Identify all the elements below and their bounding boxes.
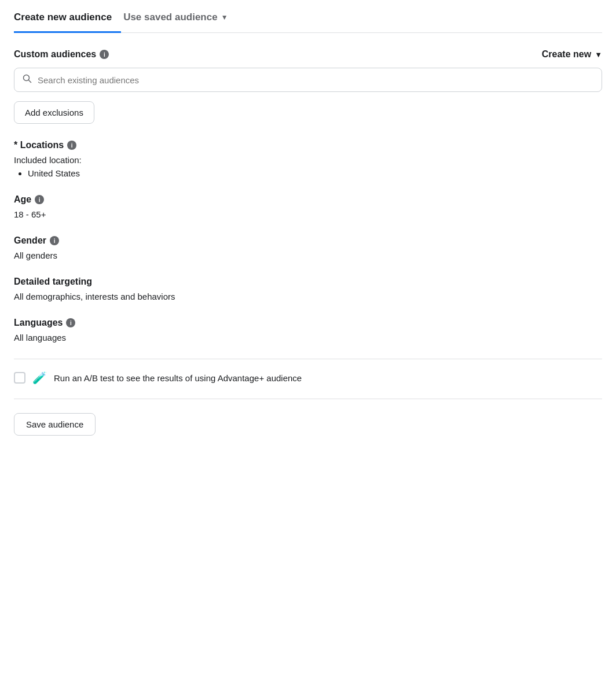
detailed-targeting-section: Detailed targeting All demographics, int… xyxy=(14,277,602,301)
locations-section: * Locations i Included location: United … xyxy=(14,140,602,178)
create-new-button[interactable]: Create new ▼ xyxy=(542,49,602,60)
custom-audiences-info-icon[interactable]: i xyxy=(100,50,109,59)
search-icon xyxy=(23,74,32,86)
age-value: 18 - 65+ xyxy=(14,209,602,219)
save-audience-button[interactable]: Save audience xyxy=(14,413,96,436)
custom-audiences-label: Custom audiences xyxy=(14,49,96,60)
ab-test-checkbox[interactable] xyxy=(14,372,25,384)
tab-create-new[interactable]: Create new audience xyxy=(14,0,121,33)
create-new-label: Create new xyxy=(542,49,591,60)
ab-test-label: Run an A/B test to see the results of us… xyxy=(54,373,302,383)
tab-use-saved[interactable]: Use saved audience ▼ xyxy=(121,0,237,33)
gender-info-icon[interactable]: i xyxy=(50,236,59,245)
custom-audiences-section: Custom audiences i Create new ▼ Add excl… xyxy=(14,49,602,124)
languages-label: Languages i xyxy=(14,318,602,328)
detailed-targeting-value: All demographics, interests and behavior… xyxy=(14,292,602,301)
locations-label: * Locations i xyxy=(14,140,602,150)
languages-value: All languages xyxy=(14,333,602,342)
save-audience-label: Save audience xyxy=(26,419,83,429)
search-container xyxy=(14,68,602,92)
locations-info-icon[interactable]: i xyxy=(67,141,76,150)
gender-label: Gender i xyxy=(14,235,602,246)
footer-section: Save audience xyxy=(14,399,602,436)
chevron-down-icon: ▼ xyxy=(221,13,228,21)
age-info-icon[interactable]: i xyxy=(35,195,44,204)
chevron-down-icon: ▼ xyxy=(595,50,602,59)
audience-tabs: Create new audience Use saved audience ▼ xyxy=(14,0,602,33)
age-label: Age i xyxy=(14,194,602,205)
location-item: United States xyxy=(28,168,602,178)
add-exclusions-button[interactable]: Add exclusions xyxy=(14,101,94,124)
detailed-targeting-label: Detailed targeting xyxy=(14,277,602,287)
tab-use-saved-label: Use saved audience xyxy=(123,12,218,23)
flask-icon: 🧪 xyxy=(32,371,47,385)
locations-list: United States xyxy=(28,168,602,178)
gender-section: Gender i All genders xyxy=(14,235,602,260)
languages-section: Languages i All languages xyxy=(14,318,602,342)
ab-test-row: 🧪 Run an A/B test to see the results of … xyxy=(14,359,602,396)
gender-value: All genders xyxy=(14,250,602,260)
custom-audiences-header: Custom audiences i Create new ▼ xyxy=(14,49,602,60)
search-input[interactable] xyxy=(38,75,593,85)
custom-audiences-title: Custom audiences i xyxy=(14,49,109,60)
tab-create-new-label: Create new audience xyxy=(14,12,112,23)
age-section: Age i 18 - 65+ xyxy=(14,194,602,219)
add-exclusions-label: Add exclusions xyxy=(25,108,83,117)
languages-info-icon[interactable]: i xyxy=(66,318,75,327)
locations-included-label: Included location: xyxy=(14,155,602,165)
svg-line-1 xyxy=(29,80,31,83)
